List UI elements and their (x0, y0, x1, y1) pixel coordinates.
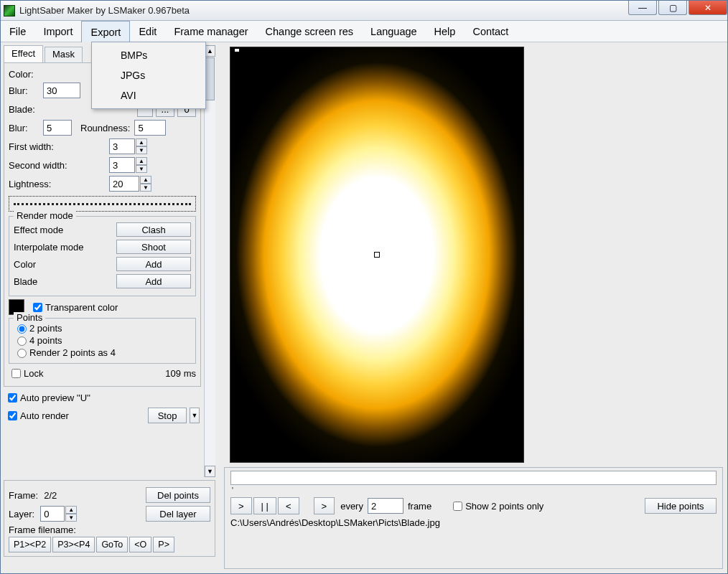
title-bar: LightSaber Maker by LSMaker 0.967beta — … (1, 1, 727, 21)
p1p2-button[interactable]: P1><P2 (9, 537, 51, 552)
effect-mode-label: Effect mode (14, 225, 63, 235)
spin-down-icon[interactable]: ▼ (140, 184, 151, 192)
auto-preview-label: Auto preview ''U'' (20, 392, 90, 403)
spin-down-icon[interactable]: ▼ (136, 146, 147, 154)
effect-mode-button[interactable]: Clash (116, 222, 191, 237)
p3p4-button[interactable]: P3><P4 (52, 537, 95, 552)
first-width-label: First width: (9, 141, 109, 152)
stop-button[interactable]: Stop (148, 408, 187, 423)
tab-effect[interactable]: Effect (4, 45, 43, 62)
menu-language[interactable]: Language (362, 21, 426, 42)
blur2-label: Blur: (9, 123, 43, 133)
lightness-spinner[interactable]: ▲▼ (109, 176, 151, 192)
menu-export[interactable]: Export (81, 21, 130, 42)
menu-import[interactable]: Import (34, 21, 81, 42)
export-jpgs[interactable]: JPGs (92, 65, 205, 85)
roundness-input[interactable] (134, 120, 166, 136)
app-window: LightSaber Maker by LSMaker 0.967beta — … (0, 0, 728, 574)
stop-dropdown-button[interactable]: ▼ (190, 408, 200, 423)
second-width-input[interactable] (109, 157, 135, 173)
show-2-points-checkbox[interactable] (453, 502, 462, 511)
client-area: Effect Mask Color: Blur: Blade: (1, 42, 727, 573)
color-label: Color: (9, 69, 34, 80)
menu-help[interactable]: Help (426, 21, 465, 42)
timeline-slider[interactable] (230, 471, 717, 485)
second-width-spinner[interactable]: ▲▼ (109, 157, 147, 173)
play-button[interactable]: > (230, 497, 252, 514)
layer-input[interactable] (40, 506, 65, 522)
points-legend: Points (14, 312, 45, 323)
blade-mode-button[interactable]: Add (116, 274, 191, 288)
render-mode-group: Render mode Effect modeClash Interpolate… (9, 216, 196, 296)
blade-label: Blade: (9, 104, 35, 115)
menu-bar: File Import Export Edit Frame manager Ch… (1, 21, 727, 42)
roundness-label: Roundness: (80, 123, 130, 133)
blur2-input[interactable] (43, 120, 72, 136)
lightness-input[interactable] (109, 176, 139, 192)
every-label: every (340, 501, 363, 512)
menu-file[interactable]: File (1, 21, 34, 42)
preview-canvas[interactable] (230, 47, 524, 463)
blade-mode-label: Blade (14, 276, 37, 287)
prev-button[interactable]: < (278, 497, 299, 514)
spin-up-icon[interactable]: ▲ (140, 176, 151, 184)
next-p-button[interactable]: P> (153, 537, 174, 552)
points-group: Points 2 points 4 points Render 2 points… (9, 318, 196, 364)
export-bmps[interactable]: BMPs (92, 45, 205, 65)
del-points-button[interactable]: Del points (146, 487, 210, 503)
frame-path: C:\Users\Andrés\Desktop\LSMaker\Picts\Bl… (230, 517, 717, 528)
menu-contact[interactable]: Contact (464, 21, 517, 42)
transparent-checkbox[interactable] (33, 303, 42, 312)
menu-edit[interactable]: Edit (130, 21, 165, 42)
window-title: LightSaber Maker by LSMaker 0.967beta (19, 5, 627, 16)
app-icon (4, 5, 15, 17)
export-avi[interactable]: AVI (92, 85, 205, 105)
blur1-input[interactable] (43, 83, 80, 98)
prev-o-button[interactable]: <O (129, 537, 151, 552)
transparent-label: Transparent color (45, 302, 118, 313)
center-point-icon[interactable] (374, 252, 380, 258)
minimize-button[interactable]: — (628, 1, 657, 15)
menu-change-res[interactable]: Change screen res (257, 21, 363, 42)
points-4-radio[interactable] (17, 337, 27, 346)
every-input[interactable] (368, 498, 403, 514)
spin-up-icon[interactable]: ▲ (65, 506, 77, 514)
slider-track[interactable] (9, 196, 196, 212)
pause-button[interactable]: | | (253, 497, 276, 514)
lock-checkbox[interactable] (11, 369, 21, 378)
export-dropdown: BMPs JPGs AVI (91, 42, 206, 109)
left-panel: Effect Mask Color: Blur: Blade: (1, 42, 218, 573)
corner-mark (235, 49, 239, 52)
scroll-down-icon[interactable]: ▼ (205, 466, 215, 477)
spin-down-icon[interactable]: ▼ (65, 514, 77, 522)
left-scrollbar[interactable]: ▲ ▼ (204, 45, 215, 477)
points-render-as-4-label: Render 2 points as 4 (29, 347, 116, 358)
first-width-input[interactable] (109, 138, 135, 154)
slider-tick: ' (232, 486, 717, 494)
color-mode-button[interactable]: Add (116, 257, 191, 271)
points-2-radio[interactable] (17, 324, 27, 334)
del-layer-button[interactable]: Del layer (146, 506, 210, 522)
menu-frame-manager[interactable]: Frame manager (165, 21, 256, 42)
auto-render-checkbox[interactable] (8, 411, 17, 420)
spin-up-icon[interactable]: ▲ (136, 157, 147, 165)
spin-up-icon[interactable]: ▲ (136, 138, 147, 146)
scroll-thumb[interactable] (205, 57, 215, 100)
tab-mask[interactable]: Mask (45, 47, 83, 62)
step-button[interactable]: > (314, 497, 335, 514)
scroll-up-icon[interactable]: ▲ (205, 45, 215, 57)
auto-preview-checkbox[interactable] (8, 393, 17, 403)
close-button[interactable]: ✕ (689, 1, 727, 15)
maximize-button[interactable]: ▢ (658, 1, 687, 15)
lock-label: Lock (24, 368, 43, 379)
goto-button[interactable]: GoTo (96, 537, 128, 552)
spin-down-icon[interactable]: ▼ (136, 165, 147, 173)
window-buttons: — ▢ ✕ (627, 1, 727, 20)
interpolate-mode-label: Interpolate mode (14, 242, 84, 253)
layer-spinner[interactable]: ▲▼ (40, 506, 77, 522)
hide-points-button[interactable]: Hide points (645, 498, 717, 514)
interpolate-mode-button[interactable]: Shoot (116, 240, 191, 254)
frame-word: frame (408, 501, 431, 512)
points-render-as-4-radio[interactable] (17, 349, 27, 358)
first-width-spinner[interactable]: ▲▼ (109, 138, 147, 154)
